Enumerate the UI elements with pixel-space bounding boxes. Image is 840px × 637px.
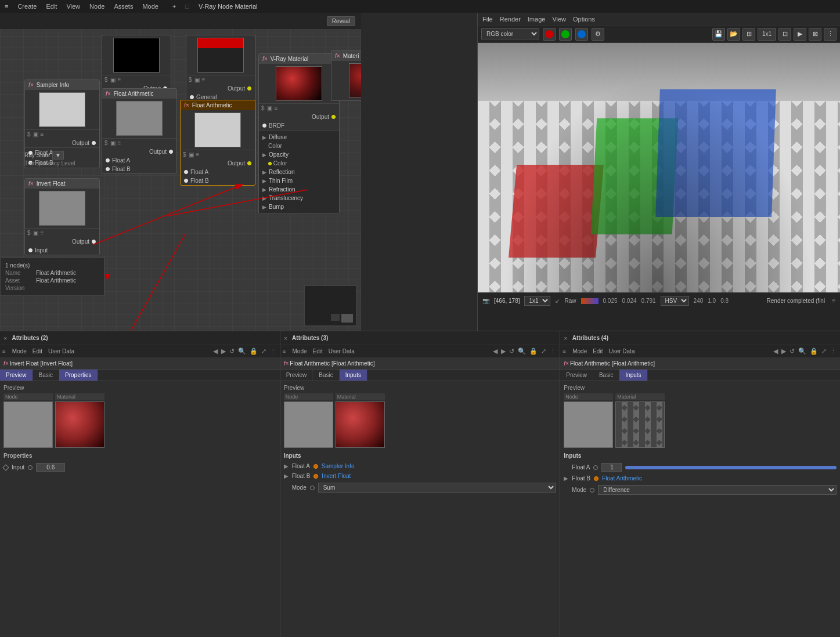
nav-back[interactable]: ◀ (212, 348, 219, 355)
expand-icon-fa2[interactable]: ▶ (284, 463, 289, 469)
prop-input-value[interactable]: 0.6 (36, 463, 65, 472)
fa3-value[interactable]: 1 (601, 463, 622, 472)
vfb-menu-file[interactable]: File (482, 16, 493, 23)
nav-expand[interactable]: ⤢ (260, 348, 268, 355)
if-output-port[interactable] (92, 240, 96, 244)
expand-icon-fb3[interactable]: ▶ (564, 475, 568, 482)
nav-search-3[interactable]: 🔍 (797, 348, 807, 355)
nav-lock-3[interactable]: 🔒 (809, 348, 819, 355)
mode2-select[interactable]: Sum (318, 483, 557, 493)
extra-button[interactable]: ⋮ (824, 28, 837, 41)
menu-node[interactable]: Node (89, 3, 104, 10)
menu-edit[interactable]: Edit (46, 3, 57, 10)
attr-tab-basic-3[interactable]: Basic (593, 370, 619, 381)
nav-more-3[interactable]: ⋮ (829, 348, 838, 355)
attr-nav-left-3[interactable]: ≡ (563, 348, 566, 354)
fa2-connected-link[interactable]: Sampler Info (322, 463, 355, 469)
menu-view[interactable]: View (66, 3, 80, 10)
fa2-float-a-port[interactable] (184, 170, 188, 174)
nav-fwd-2[interactable]: ▶ (500, 348, 507, 355)
color-space-select[interactable]: RGB color (481, 28, 539, 39)
vm-brdf-port[interactable] (262, 124, 266, 128)
nav-refresh-2[interactable]: ↺ (508, 348, 515, 355)
attr-userdata-btn-3[interactable]: User Data (607, 348, 636, 354)
fa1-float-b-port[interactable] (106, 167, 110, 171)
attr-panel-1-close[interactable]: × (3, 335, 7, 342)
node-float-arith-2[interactable]: f× Float Arithmetic $ ▣ ≡ Output Float A… (180, 100, 255, 186)
color-port[interactable] (268, 162, 272, 165)
attr-edit-btn-3[interactable]: Edit (591, 348, 604, 354)
sampler-output-port[interactable] (92, 141, 96, 145)
render-button[interactable]: ▶ (794, 28, 806, 41)
ray-state-dropdown[interactable]: ▼ (52, 151, 64, 160)
general-port[interactable] (190, 95, 194, 99)
fb3-connected-link[interactable]: Float Arithmetic (602, 475, 642, 482)
nav-more[interactable]: ⋮ (269, 348, 277, 355)
vfb-menu-view[interactable]: View (552, 16, 566, 23)
fa1-output-port[interactable] (169, 150, 173, 154)
vm-output-port[interactable] (331, 115, 336, 119)
mode3-select[interactable]: Difference (598, 485, 837, 495)
node-vray-material[interactable]: f× V-Ray Material $ ▣ ≡ Output BRDF ▶ Di… (258, 53, 340, 214)
region-button[interactable]: ⊠ (809, 28, 821, 41)
grid-button[interactable]: ⊞ (742, 28, 755, 41)
attr-userdata-btn[interactable]: User Data (46, 348, 76, 354)
vfb-menu-image[interactable]: Image (528, 16, 546, 23)
stop-button[interactable]: ⊡ (778, 28, 791, 41)
attr-edit-btn[interactable]: Edit (31, 348, 44, 354)
status-expand-icon[interactable]: ≡ (832, 298, 835, 304)
fa2-float-b-port[interactable] (184, 179, 188, 183)
save-button[interactable]: 💾 (712, 28, 725, 41)
color-blue-button[interactable] (575, 28, 588, 41)
nav-back-3[interactable]: ◀ (772, 348, 779, 355)
attr-tab-properties-1[interactable]: Properties (59, 370, 98, 381)
attr-nav-left[interactable]: ≡ (2, 348, 6, 354)
node-material-partial[interactable]: f× Materi (331, 50, 361, 101)
menu-mode[interactable]: Mode (142, 3, 158, 10)
attr-userdata-btn-2[interactable]: User Data (327, 348, 356, 354)
vfb-menu-options[interactable]: Options (573, 16, 595, 23)
output-port-yellow[interactable] (247, 86, 251, 91)
node-invert-float[interactable]: f× Invert Float $ ▣ ≡ Output Input (24, 178, 100, 255)
attr-tab-preview-2[interactable]: Preview (280, 370, 313, 381)
expand-icon-fb2[interactable]: ▶ (284, 473, 289, 479)
attr-mode-btn-2[interactable]: Mode (291, 348, 309, 354)
nav-refresh[interactable]: ↺ (228, 348, 236, 355)
color-green-button[interactable] (559, 28, 572, 41)
reveal-button[interactable]: Reveal (327, 16, 355, 26)
fa1-float-a-port[interactable] (106, 158, 110, 162)
color-model-select[interactable]: HSV (661, 296, 689, 306)
nav-search[interactable]: 🔍 (237, 348, 247, 355)
attr-tab-preview-1[interactable]: Preview (0, 370, 33, 381)
menu-assets[interactable]: Assets (114, 3, 133, 10)
res-select[interactable]: 1x1 (524, 296, 550, 306)
attr-tab-inputs-3[interactable]: Inputs (619, 370, 647, 381)
fa3-slider[interactable] (625, 466, 837, 469)
attr-tab-preview-3[interactable]: Preview (560, 370, 593, 381)
nav-lock[interactable]: 🔒 (248, 348, 259, 355)
attr-mode-btn-3[interactable]: Mode (571, 348, 589, 354)
node-minimap[interactable] (304, 285, 356, 326)
attr-mode-btn[interactable]: Mode (10, 348, 28, 354)
attr-edit-btn-2[interactable]: Edit (311, 348, 325, 354)
fa2-output-port[interactable] (247, 161, 251, 165)
resolution-button[interactable]: 1x1 (758, 28, 776, 41)
nav-lock-2[interactable]: 🔒 (528, 348, 539, 355)
nav-expand-2[interactable]: ⤢ (540, 348, 547, 355)
nav-expand-3[interactable]: ⤢ (820, 348, 828, 355)
attr-tab-basic-2[interactable]: Basic (313, 370, 339, 381)
attr-tab-basic-1[interactable]: Basic (33, 370, 59, 381)
nav-back-2[interactable]: ◀ (492, 348, 499, 355)
fb2-connected-link[interactable]: Invert Float (322, 473, 351, 479)
nav-search-2[interactable]: 🔍 (517, 348, 527, 355)
hamburger-icon[interactable]: ≡ (5, 3, 8, 10)
nav-fwd-3[interactable]: ▶ (780, 348, 787, 355)
nav-more-2[interactable]: ⋮ (549, 348, 557, 355)
settings-button[interactable]: ⚙ (592, 28, 604, 41)
node-float-arith-1[interactable]: f× Float Arithmetic $ ▣ ≡ Output Float A… (102, 88, 177, 174)
vfb-menu-render[interactable]: Render (500, 16, 521, 23)
attr-nav-left-2[interactable]: ≡ (283, 348, 286, 354)
if-input-port[interactable] (28, 248, 33, 252)
attr-panel-3-close[interactable]: × (564, 335, 567, 342)
load-button[interactable]: 📂 (727, 28, 740, 41)
